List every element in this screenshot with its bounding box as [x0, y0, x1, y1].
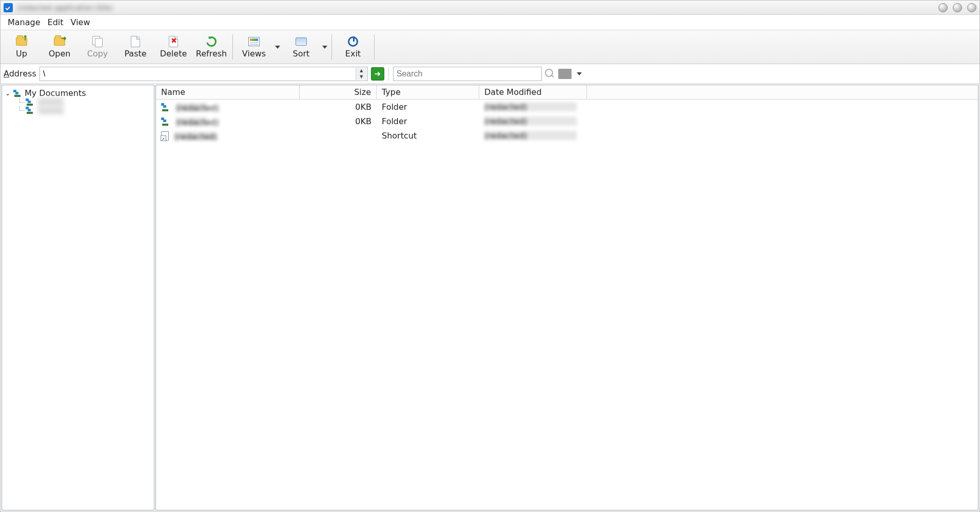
list-item[interactable]: (redacted) 0KB Folder (redacted) [156, 100, 978, 114]
refresh-icon [205, 35, 218, 48]
address-history-stepper[interactable]: ▲ ▼ [356, 68, 367, 80]
search-icon[interactable] [545, 69, 555, 79]
search-group [393, 67, 582, 81]
toolbar-refresh-label: Refresh [196, 49, 227, 58]
paste-icon [129, 35, 142, 48]
list-item-name: (redacted) [174, 132, 215, 140]
chevron-down-icon [322, 46, 327, 49]
menu-edit[interactable]: Edit [48, 17, 64, 27]
toolbar: ↑ Up ➜ Open Copy Paste ✖ Delete Refresh … [1, 30, 979, 64]
list-item-date: (redacted) [484, 116, 577, 126]
toolbar-delete-button[interactable]: ✖ Delete [154, 31, 192, 63]
list-item[interactable]: (redacted) Shortcut (redacted) [156, 128, 978, 143]
folder-open-icon: ➜ [53, 35, 66, 48]
toolbar-delete-label: Delete [160, 49, 187, 58]
list-item-type: Folder [377, 115, 479, 127]
window-title: (redacted application title) [17, 4, 113, 12]
tree-child-label: (redacted) [38, 98, 64, 106]
toolbar-open-button[interactable]: ➜ Open [41, 31, 79, 63]
window-controls [938, 3, 976, 12]
toolbar-paste-label: Paste [124, 49, 146, 58]
toolbar-exit-button[interactable]: Exit [334, 31, 372, 63]
tree-child-item[interactable]: (redacted) [16, 98, 152, 106]
toolbar-separator [331, 34, 332, 60]
search-scope-button[interactable] [558, 69, 572, 79]
app-icon [4, 3, 13, 12]
app-window: (redacted application title) Manage Edit… [0, 0, 980, 512]
toolbar-refresh-button[interactable]: Refresh [192, 31, 230, 63]
window-minimize-button[interactable] [938, 3, 948, 12]
drive-icon [13, 90, 23, 97]
folder-tree-pane[interactable]: ⌄ My Documents (redacted) (redacted) [2, 85, 154, 510]
toolbar-open-label: Open [49, 49, 71, 58]
toolbar-exit-label: Exit [345, 49, 361, 58]
toolbar-views-dropdown[interactable] [273, 31, 282, 63]
main-area: ⌄ My Documents (redacted) (redacted) Na [1, 84, 979, 511]
toolbar-separator [374, 34, 375, 60]
list-item-name: (redacted) [176, 117, 207, 126]
toolbar-up-button[interactable]: ↑ Up [3, 31, 41, 63]
chevron-down-icon [275, 46, 280, 49]
delete-icon: ✖ [167, 35, 180, 48]
list-item-size: 0KB [300, 101, 377, 113]
tree-collapse-toggle[interactable]: ⌄ [4, 90, 11, 97]
toolbar-sort-button[interactable]: Sort [282, 31, 320, 63]
tree-root-item[interactable]: ⌄ My Documents [4, 88, 152, 98]
toolbar-sort-dropdown[interactable] [320, 31, 329, 63]
toolbar-copy-label: Copy [87, 49, 108, 58]
tree-child-item[interactable]: (redacted) [16, 106, 152, 114]
address-input[interactable] [40, 67, 368, 81]
list-item-date: (redacted) [484, 102, 577, 111]
sort-icon [295, 35, 307, 48]
column-header-name[interactable]: Name [156, 85, 300, 99]
power-icon [347, 35, 359, 48]
toolbar-copy-button[interactable]: Copy [79, 31, 116, 63]
address-go-button[interactable]: ➔ [371, 67, 384, 81]
file-list-pane[interactable]: Name Size Type Date Modified (redacted) … [155, 85, 978, 510]
address-bar: Address ▲ ▼ ➔ [1, 64, 979, 84]
chevron-down-icon: ▼ [356, 74, 367, 80]
menu-manage[interactable]: Manage [8, 17, 41, 27]
address-label: Address [4, 69, 36, 78]
list-item-date: (redacted) [484, 131, 577, 140]
window-maximize-button[interactable] [953, 3, 962, 12]
tree-child-label: (redacted) [38, 106, 64, 114]
list-item-type: Shortcut [377, 130, 479, 142]
toolbar-paste-button[interactable]: Paste [116, 31, 154, 63]
toolbar-separator [232, 34, 233, 60]
column-header-date[interactable]: Date Modified [479, 85, 587, 99]
list-item-size: 0KB [300, 115, 377, 127]
list-header: Name Size Type Date Modified [156, 85, 978, 100]
column-header-type[interactable]: Type [377, 85, 479, 99]
column-header-size[interactable]: Size [300, 85, 377, 99]
folder-icon [161, 103, 170, 111]
toolbar-views-button[interactable]: Views [235, 31, 273, 63]
folder-icon [161, 117, 170, 126]
address-input-wrap: ▲ ▼ [40, 67, 368, 81]
shortcut-icon [161, 131, 169, 141]
list-item-size [300, 134, 377, 136]
toolbar-sort-label: Sort [293, 49, 310, 58]
copy-icon [91, 35, 104, 48]
views-icon [248, 35, 260, 48]
folder-up-icon: ↑ [15, 35, 28, 48]
menu-view[interactable]: View [71, 17, 90, 27]
menu-bar: Manage Edit View [1, 15, 979, 30]
chevron-down-icon[interactable] [577, 72, 582, 75]
search-input[interactable] [393, 67, 542, 81]
separator [388, 67, 389, 81]
chevron-up-icon: ▲ [356, 68, 367, 74]
drive-icon [26, 107, 35, 114]
arrow-right-icon: ➔ [374, 69, 381, 78]
toolbar-up-label: Up [16, 49, 27, 58]
window-close-button[interactable] [967, 3, 976, 12]
list-item-name: (redacted) [176, 103, 207, 111]
list-item[interactable]: (redacted) 0KB Folder (redacted) [156, 114, 978, 128]
drive-icon [26, 99, 35, 106]
title-bar: (redacted application title) [1, 1, 979, 15]
list-item-type: Folder [377, 101, 479, 113]
toolbar-views-label: Views [242, 49, 266, 58]
tree-root-label: My Documents [25, 88, 86, 98]
